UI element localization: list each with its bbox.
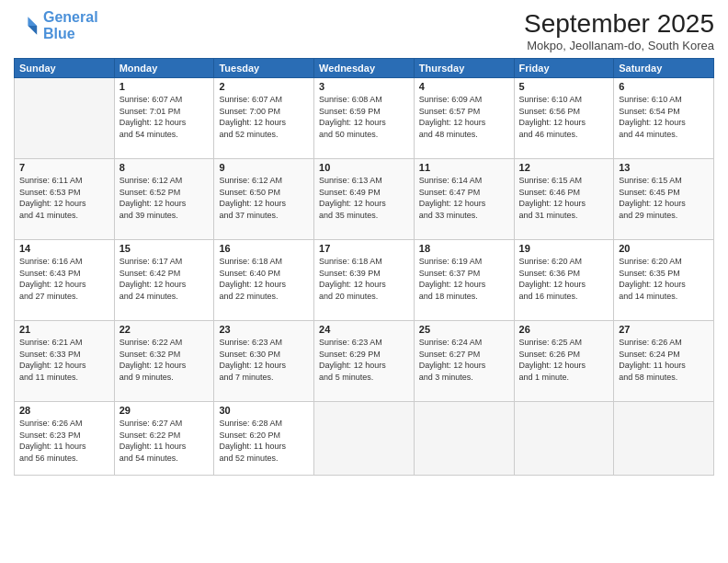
- day-info: Sunrise: 6:21 AM Sunset: 6:33 PM Dayligh…: [19, 337, 109, 383]
- day-info: Sunrise: 6:18 AM Sunset: 6:40 PM Dayligh…: [219, 256, 309, 302]
- day-info: Sunrise: 6:16 AM Sunset: 6:43 PM Dayligh…: [19, 256, 109, 302]
- calendar-cell: 29Sunrise: 6:27 AM Sunset: 6:22 PM Dayli…: [114, 402, 214, 476]
- calendar-cell: [15, 78, 115, 159]
- header-cell-wednesday: Wednesday: [314, 59, 415, 78]
- calendar-cell: 25Sunrise: 6:24 AM Sunset: 6:27 PM Dayli…: [414, 321, 514, 402]
- day-info: Sunrise: 6:13 AM Sunset: 6:49 PM Dayligh…: [319, 175, 409, 221]
- calendar-cell: 1Sunrise: 6:07 AM Sunset: 7:01 PM Daylig…: [114, 78, 214, 159]
- day-info: Sunrise: 6:11 AM Sunset: 6:53 PM Dayligh…: [19, 175, 109, 221]
- day-info: Sunrise: 6:24 AM Sunset: 6:27 PM Dayligh…: [419, 337, 509, 383]
- day-info: Sunrise: 6:10 AM Sunset: 6:54 PM Dayligh…: [619, 94, 709, 140]
- calendar-cell: 23Sunrise: 6:23 AM Sunset: 6:30 PM Dayli…: [214, 321, 314, 402]
- calendar-cell: 30Sunrise: 6:28 AM Sunset: 6:20 PM Dayli…: [214, 402, 314, 476]
- calendar-table: SundayMondayTuesdayWednesdayThursdayFrid…: [14, 58, 714, 476]
- calendar-cell: 11Sunrise: 6:14 AM Sunset: 6:47 PM Dayli…: [414, 159, 514, 240]
- day-number: 14: [19, 243, 109, 254]
- day-info: Sunrise: 6:23 AM Sunset: 6:30 PM Dayligh…: [219, 337, 309, 383]
- day-number: 5: [519, 81, 609, 92]
- header-cell-sunday: Sunday: [15, 59, 115, 78]
- calendar-cell: 16Sunrise: 6:18 AM Sunset: 6:40 PM Dayli…: [214, 240, 314, 321]
- day-info: Sunrise: 6:07 AM Sunset: 7:01 PM Dayligh…: [119, 94, 210, 140]
- day-info: Sunrise: 6:27 AM Sunset: 6:22 PM Dayligh…: [119, 418, 210, 464]
- calendar-cell: 4Sunrise: 6:09 AM Sunset: 6:57 PM Daylig…: [414, 78, 514, 159]
- header-cell-tuesday: Tuesday: [214, 59, 314, 78]
- logo: General Blue: [14, 9, 98, 41]
- header-cell-friday: Friday: [514, 59, 614, 78]
- day-info: Sunrise: 6:18 AM Sunset: 6:39 PM Dayligh…: [319, 256, 409, 302]
- calendar-cell: 9Sunrise: 6:12 AM Sunset: 6:50 PM Daylig…: [214, 159, 314, 240]
- day-number: 13: [619, 162, 709, 173]
- day-number: 4: [419, 81, 509, 92]
- calendar-cell: 6Sunrise: 6:10 AM Sunset: 6:54 PM Daylig…: [614, 78, 714, 159]
- day-info: Sunrise: 6:19 AM Sunset: 6:37 PM Dayligh…: [419, 256, 509, 302]
- day-number: 10: [319, 162, 409, 173]
- logo-line1: General: [43, 9, 98, 25]
- day-number: 6: [619, 81, 709, 92]
- day-info: Sunrise: 6:23 AM Sunset: 6:29 PM Dayligh…: [319, 337, 409, 383]
- calendar-cell: [514, 402, 614, 476]
- header-cell-thursday: Thursday: [414, 59, 514, 78]
- day-info: Sunrise: 6:12 AM Sunset: 6:50 PM Dayligh…: [219, 175, 309, 221]
- location: Mokpo, Jeollanam-do, South Korea: [524, 39, 714, 52]
- day-number: 25: [419, 324, 509, 335]
- day-number: 22: [119, 324, 210, 335]
- day-info: Sunrise: 6:26 AM Sunset: 6:23 PM Dayligh…: [19, 418, 109, 464]
- day-number: 19: [519, 243, 609, 254]
- day-number: 17: [319, 243, 409, 254]
- day-number: 1: [119, 81, 210, 92]
- calendar-cell: 24Sunrise: 6:23 AM Sunset: 6:29 PM Dayli…: [314, 321, 415, 402]
- week-row-2: 7Sunrise: 6:11 AM Sunset: 6:53 PM Daylig…: [15, 159, 714, 240]
- calendar-cell: 12Sunrise: 6:15 AM Sunset: 6:46 PM Dayli…: [514, 159, 614, 240]
- week-row-1: 1Sunrise: 6:07 AM Sunset: 7:01 PM Daylig…: [15, 78, 714, 159]
- day-number: 30: [219, 405, 309, 416]
- day-info: Sunrise: 6:14 AM Sunset: 6:47 PM Dayligh…: [419, 175, 509, 221]
- day-number: 9: [219, 162, 309, 173]
- calendar-cell: 28Sunrise: 6:26 AM Sunset: 6:23 PM Dayli…: [15, 402, 115, 476]
- day-info: Sunrise: 6:17 AM Sunset: 6:42 PM Dayligh…: [119, 256, 210, 302]
- day-number: 28: [19, 405, 109, 416]
- logo-text: General Blue: [43, 9, 98, 41]
- calendar-cell: 8Sunrise: 6:12 AM Sunset: 6:52 PM Daylig…: [114, 159, 214, 240]
- week-row-4: 21Sunrise: 6:21 AM Sunset: 6:33 PM Dayli…: [15, 321, 714, 402]
- calendar-cell: 20Sunrise: 6:20 AM Sunset: 6:35 PM Dayli…: [614, 240, 714, 321]
- page: General Blue September 2025 Mokpo, Jeoll…: [0, 0, 728, 563]
- day-info: Sunrise: 6:28 AM Sunset: 6:20 PM Dayligh…: [219, 418, 309, 464]
- calendar-cell: 10Sunrise: 6:13 AM Sunset: 6:49 PM Dayli…: [314, 159, 415, 240]
- day-info: Sunrise: 6:08 AM Sunset: 6:59 PM Dayligh…: [319, 94, 409, 140]
- week-row-3: 14Sunrise: 6:16 AM Sunset: 6:43 PM Dayli…: [15, 240, 714, 321]
- day-number: 2: [219, 81, 309, 92]
- calendar-cell: 13Sunrise: 6:15 AM Sunset: 6:45 PM Dayli…: [614, 159, 714, 240]
- calendar-cell: [614, 402, 714, 476]
- day-info: Sunrise: 6:15 AM Sunset: 6:46 PM Dayligh…: [519, 175, 609, 221]
- day-number: 11: [419, 162, 509, 173]
- day-number: 24: [319, 324, 409, 335]
- calendar-cell: 22Sunrise: 6:22 AM Sunset: 6:32 PM Dayli…: [114, 321, 214, 402]
- day-number: 12: [519, 162, 609, 173]
- month-title: September 2025: [524, 9, 714, 39]
- day-info: Sunrise: 6:25 AM Sunset: 6:26 PM Dayligh…: [519, 337, 609, 383]
- calendar-cell: 7Sunrise: 6:11 AM Sunset: 6:53 PM Daylig…: [15, 159, 115, 240]
- calendar-cell: 14Sunrise: 6:16 AM Sunset: 6:43 PM Dayli…: [15, 240, 115, 321]
- day-info: Sunrise: 6:20 AM Sunset: 6:36 PM Dayligh…: [519, 256, 609, 302]
- day-number: 15: [119, 243, 210, 254]
- svg-marker-1: [28, 26, 37, 35]
- day-number: 16: [219, 243, 309, 254]
- day-number: 3: [319, 81, 409, 92]
- calendar-cell: 15Sunrise: 6:17 AM Sunset: 6:42 PM Dayli…: [114, 240, 214, 321]
- header: General Blue September 2025 Mokpo, Jeoll…: [14, 9, 714, 52]
- header-row: SundayMondayTuesdayWednesdayThursdayFrid…: [15, 59, 714, 78]
- day-info: Sunrise: 6:07 AM Sunset: 7:00 PM Dayligh…: [219, 94, 309, 140]
- calendar-cell: 3Sunrise: 6:08 AM Sunset: 6:59 PM Daylig…: [314, 78, 415, 159]
- calendar-cell: 2Sunrise: 6:07 AM Sunset: 7:00 PM Daylig…: [214, 78, 314, 159]
- header-cell-saturday: Saturday: [614, 59, 714, 78]
- day-info: Sunrise: 6:10 AM Sunset: 6:56 PM Dayligh…: [519, 94, 609, 140]
- day-info: Sunrise: 6:15 AM Sunset: 6:45 PM Dayligh…: [619, 175, 709, 221]
- calendar-cell: 17Sunrise: 6:18 AM Sunset: 6:39 PM Dayli…: [314, 240, 415, 321]
- calendar-cell: 21Sunrise: 6:21 AM Sunset: 6:33 PM Dayli…: [15, 321, 115, 402]
- day-number: 27: [619, 324, 709, 335]
- week-row-5: 28Sunrise: 6:26 AM Sunset: 6:23 PM Dayli…: [15, 402, 714, 476]
- day-info: Sunrise: 6:12 AM Sunset: 6:52 PM Dayligh…: [119, 175, 210, 221]
- calendar-cell: 18Sunrise: 6:19 AM Sunset: 6:37 PM Dayli…: [414, 240, 514, 321]
- calendar-cell: 5Sunrise: 6:10 AM Sunset: 6:56 PM Daylig…: [514, 78, 614, 159]
- day-info: Sunrise: 6:22 AM Sunset: 6:32 PM Dayligh…: [119, 337, 210, 383]
